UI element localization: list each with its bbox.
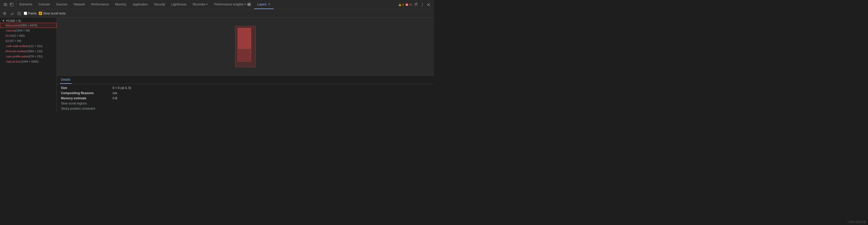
slow-scroll-checkbox-label[interactable]: Slow scroll rects bbox=[39, 11, 66, 15]
layer-item-navlist-box[interactable]: .navList-box(1944 × 6060) bbox=[0, 59, 57, 64]
tree-root-item[interactable]: ▼ #110(0 × 0) bbox=[0, 19, 57, 23]
svg-rect-1 bbox=[4, 4, 7, 5]
svg-point-9 bbox=[422, 3, 423, 4]
hamburger-icon[interactable] bbox=[3, 2, 8, 7]
paints-checkbox[interactable] bbox=[24, 11, 27, 15]
tab-network[interactable]: Network bbox=[70, 0, 88, 9]
performance-insights-experiment-icon: ✦ bbox=[244, 3, 246, 6]
sticky-position-value bbox=[113, 107, 430, 110]
inspect-icon[interactable] bbox=[9, 2, 14, 7]
right-panel: Details Size 0 × 0 (at 0, 0) Compositing… bbox=[57, 18, 434, 113]
svg-rect-0 bbox=[4, 3, 7, 4]
close-devtools-icon[interactable] bbox=[426, 2, 431, 7]
warning-badge[interactable]: ! 3 bbox=[398, 3, 404, 6]
settings-icon[interactable] bbox=[414, 2, 418, 7]
fit-tool-icon[interactable] bbox=[17, 11, 22, 16]
devtools-icons bbox=[1, 0, 16, 9]
more-options-icon[interactable] bbox=[420, 2, 425, 7]
size-value: 0 × 0 (at 0, 0) bbox=[113, 86, 430, 90]
size-label: Size bbox=[61, 86, 113, 90]
tab-right-icons: ! 3 ■ 84 bbox=[396, 2, 433, 7]
tree-root-arrow: ▼ bbox=[2, 19, 5, 22]
slow-scroll-regions-value bbox=[113, 102, 430, 105]
tab-bar: Elements Console Sources Network Perform… bbox=[0, 0, 434, 9]
layer-item-li[interactable]: li(1167 × 84) bbox=[0, 38, 57, 44]
recorder-experiment-icon: ✦ bbox=[206, 3, 208, 6]
slow-scroll-regions-label: Slow scroll regions bbox=[61, 102, 113, 105]
tab-layers[interactable]: Layers ✕ bbox=[254, 0, 274, 9]
tab-performance[interactable]: Performance bbox=[88, 0, 112, 9]
layer-item-navlist[interactable]: .navList(1944 × 98) bbox=[0, 28, 57, 33]
layer-item-document[interactable]: #document(3360 × 6970) bbox=[0, 23, 57, 28]
layer-item-user-profile-aside[interactable]: .user-profile-aside(676 × 252) bbox=[0, 54, 57, 59]
layer-list: #document(3360 × 6970) .navList(1944 × 9… bbox=[0, 23, 57, 64]
memory-value: 0 B bbox=[113, 96, 430, 100]
tab-security[interactable]: Security bbox=[151, 0, 168, 9]
layer-tree-panel: ▼ #110(0 × 0) #document(3360 × 6970) .na… bbox=[0, 18, 57, 113]
svg-rect-14 bbox=[18, 13, 20, 14]
tab-sources[interactable]: Sources bbox=[53, 0, 70, 9]
svg-rect-2 bbox=[4, 5, 7, 6]
details-tab[interactable]: Details bbox=[60, 76, 71, 84]
main-content: ▼ #110(0 × 0) #document(3360 × 6970) .na… bbox=[0, 18, 434, 113]
svg-point-11 bbox=[422, 5, 423, 6]
compositing-value: n/a bbox=[113, 91, 430, 95]
svg-text:■: ■ bbox=[406, 4, 407, 6]
tab-elements[interactable]: Elements bbox=[16, 0, 35, 9]
layer-item-div-csdn-toolbar[interactable]: div#csdn-toolbar(3384 × 120) bbox=[0, 49, 57, 54]
tab-application[interactable]: Application bbox=[129, 0, 151, 9]
details-tabs: Details bbox=[57, 76, 434, 84]
tab-lighthouse[interactable]: Lighthouse bbox=[168, 0, 190, 9]
svg-point-10 bbox=[422, 4, 423, 5]
compositing-label: Compositing Reasons bbox=[61, 91, 113, 95]
memory-label: Memory estimate bbox=[61, 96, 113, 100]
tabs-container: Elements Console Sources Network Perform… bbox=[16, 0, 396, 9]
layer-item-114[interactable]: #114(32 × 990) bbox=[0, 33, 57, 38]
svg-text:!: ! bbox=[399, 4, 400, 6]
layer-canvas[interactable] bbox=[57, 18, 434, 76]
paints-checkbox-label[interactable]: Paints bbox=[24, 11, 37, 15]
tab-performance-insights[interactable]: Performance insights ✦ 4 bbox=[211, 0, 254, 9]
performance-insights-badge: 4 bbox=[247, 3, 251, 6]
slow-scroll-checkbox[interactable] bbox=[39, 11, 42, 15]
tab-console[interactable]: Console bbox=[35, 0, 53, 9]
tab-layers-close[interactable]: ✕ bbox=[268, 3, 271, 6]
details-panel: Details Size 0 × 0 (at 0, 0) Compositing… bbox=[57, 76, 434, 113]
tab-recorder[interactable]: Recorder ✦ bbox=[190, 0, 211, 9]
rotate-tool-icon[interactable] bbox=[9, 11, 14, 16]
layers-toolbar: Paints Slow scroll rects bbox=[0, 9, 434, 18]
svg-rect-4 bbox=[10, 4, 11, 4]
tab-memory[interactable]: Memory bbox=[112, 0, 129, 9]
layer-item-csdn-side-toolbar[interactable]: .csdn-side-toolbar(112 × 312) bbox=[0, 44, 57, 49]
error-badge[interactable]: ■ 84 bbox=[405, 3, 412, 6]
details-content: Size 0 × 0 (at 0, 0) Compositing Reasons… bbox=[57, 84, 434, 113]
sticky-position-label: Sticky position constraint bbox=[61, 107, 113, 110]
move-tool-icon[interactable] bbox=[2, 11, 7, 16]
